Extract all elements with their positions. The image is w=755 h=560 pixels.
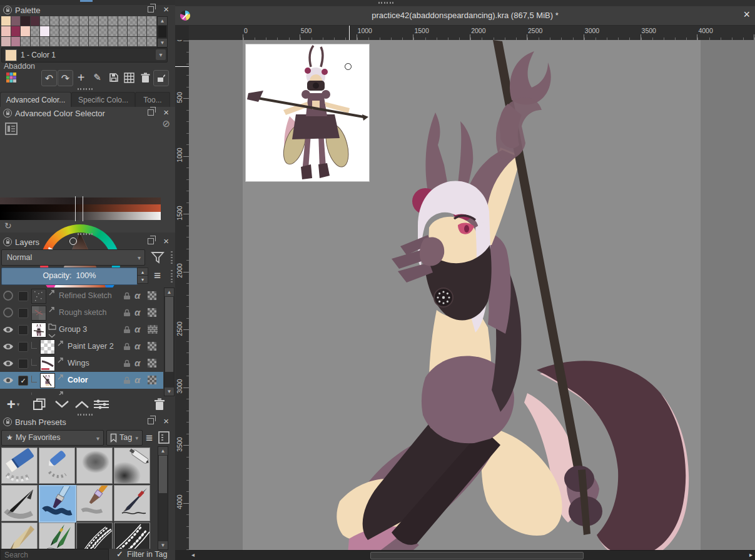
drag-handle[interactable]	[378, 2, 395, 4]
tab-specific-color-selector[interactable]: Specific Colo...	[71, 92, 135, 108]
brush-preset-pencil-dark[interactable]	[114, 485, 150, 521]
brush-preset-pencil-wood[interactable]	[1, 522, 38, 549]
scroll-down-icon[interactable]: ▼	[158, 541, 168, 549]
scroll-up-icon[interactable]: ▲	[158, 17, 167, 25]
document-titlebar[interactable]: practice42(abaddonspeardancing).kra (867…	[175, 6, 755, 26]
layer-checkbox[interactable]	[18, 291, 28, 301]
scrollbar-thumb[interactable]	[159, 456, 167, 493]
palette-swatch-empty[interactable]	[89, 37, 98, 46]
palette-swatch-empty[interactable]	[99, 16, 108, 26]
scroll-right-icon[interactable]: ▸	[749, 551, 752, 558]
float-panel-icon[interactable]	[148, 6, 154, 12]
refresh-icon[interactable]: ↻	[4, 221, 12, 231]
brush-preset-lace-texture-large[interactable]	[114, 522, 150, 549]
spin-down-icon[interactable]: ▾	[137, 275, 148, 284]
scrollbar-thumb[interactable]	[165, 297, 173, 372]
layer-lock-icon[interactable]	[123, 309, 131, 319]
layer-checkbox[interactable]	[18, 359, 28, 369]
opacity-slider[interactable]: Opacity: 100%	[1, 268, 138, 285]
brush-preset-ink-pen[interactable]	[1, 485, 38, 521]
layer-hidden-icon[interactable]	[2, 289, 14, 302]
alpha-icon[interactable]: α	[134, 341, 140, 351]
palette-swatch[interactable]	[11, 37, 21, 46]
palette-swatch-empty[interactable]	[128, 16, 137, 26]
tab-tool-options[interactable]: Too...	[135, 92, 170, 108]
dropdown-arrow-icon[interactable]: ▾	[156, 49, 166, 60]
drag-handle[interactable]	[78, 233, 94, 235]
gamut-mask-off-icon[interactable]: ⊘	[162, 118, 170, 129]
redo-icon[interactable]: ↷	[58, 70, 73, 86]
palette-swatch-empty[interactable]	[40, 16, 49, 26]
layer-visible-icon[interactable]	[2, 340, 14, 352]
brush-preset-detail-brush[interactable]	[76, 485, 113, 521]
close-panel-icon[interactable]: ×	[163, 416, 169, 426]
palette-swatch-empty[interactable]	[118, 16, 128, 26]
alpha-icon[interactable]: α	[134, 290, 140, 301]
close-document-icon[interactable]: ×	[743, 8, 750, 21]
layer-row-partial[interactable]	[0, 389, 163, 395]
opacity-spinner[interactable]: ▴ ▾	[137, 268, 147, 284]
layer-checkbox[interactable]	[18, 342, 28, 352]
resize-handle[interactable]	[171, 270, 173, 282]
palette-swatch-empty[interactable]	[108, 26, 118, 36]
palette-swatch-empty[interactable]	[147, 26, 156, 36]
layer-options-menu-icon[interactable]: ≡	[154, 269, 161, 282]
palette-swatch-empty[interactable]	[69, 16, 79, 26]
palette-swatch-empty[interactable]	[50, 37, 59, 46]
layer-visible-icon[interactable]	[2, 357, 14, 369]
palette-swatch-empty[interactable]	[59, 37, 69, 46]
undo-icon[interactable]: ↶	[41, 70, 57, 86]
palette-swatch[interactable]	[21, 16, 30, 26]
lock-palette-icon[interactable]	[153, 70, 169, 86]
alpha-icon[interactable]: α	[134, 358, 140, 368]
palette-swatch-empty[interactable]	[50, 16, 59, 26]
alpha-icon[interactable]: α	[134, 324, 140, 334]
layer-checker-badge-icon[interactable]	[148, 359, 156, 369]
grid-view-icon[interactable]	[122, 70, 136, 85]
float-panel-icon[interactable]	[148, 109, 154, 116]
brush-search-input[interactable]	[0, 549, 109, 560]
duplicate-layer-icon[interactable]	[29, 396, 50, 412]
layer-checker-badge-icon[interactable]	[148, 342, 156, 352]
brush-scrollbar[interactable]: ▲ ▼	[158, 446, 168, 550]
layer-row-color[interactable]: ✓Colorα	[0, 372, 163, 389]
layer-visible-icon[interactable]	[2, 323, 14, 336]
palette-swatch[interactable]	[1, 16, 11, 26]
palette-swatch-empty[interactable]	[99, 26, 108, 36]
palette-swatch-empty[interactable]	[147, 37, 156, 46]
palette-swatch-empty[interactable]	[69, 37, 79, 46]
delete-icon[interactable]	[138, 70, 153, 85]
palette-swatch[interactable]	[21, 26, 30, 36]
palette-swatch-empty[interactable]	[118, 37, 128, 46]
palette-swatch-empty[interactable]	[89, 26, 98, 36]
palette-swatch[interactable]	[1, 26, 11, 36]
layer-checkbox[interactable]	[18, 325, 28, 335]
brush-preset-wet-paintbrush[interactable]	[39, 485, 76, 522]
layer-brick-badge-icon[interactable]	[148, 325, 158, 336]
color-selector-header[interactable]: Advanced Color Selector ×	[0, 108, 175, 119]
layer-checkbox[interactable]	[18, 308, 28, 318]
tab-advanced-color-selector[interactable]: Advanced Color...	[0, 92, 71, 108]
palette-swatch-empty[interactable]	[138, 37, 147, 46]
layer-visible-icon[interactable]	[2, 374, 14, 386]
palette-swatch-empty[interactable]	[21, 37, 30, 46]
selector-settings-icon[interactable]	[5, 122, 18, 135]
brush-preset-pencil-green[interactable]	[39, 522, 75, 549]
palette-swatch-empty[interactable]	[89, 16, 98, 26]
palette-swatch[interactable]	[31, 16, 40, 26]
layer-row-refined-sketch[interactable]: Refined Sketchα	[0, 288, 163, 305]
canvas-viewport[interactable]	[189, 40, 755, 550]
layer-lock-icon[interactable]	[123, 359, 131, 369]
palette-swatch-empty[interactable]	[108, 37, 118, 46]
float-panel-icon[interactable]	[148, 418, 154, 424]
palette-swatch-grid[interactable]	[1, 16, 156, 46]
layer-filter-icon[interactable]	[150, 250, 165, 265]
blend-mode-dropdown[interactable]: Normal ▾	[1, 249, 145, 266]
choose-palette-icon[interactable]	[4, 70, 18, 85]
edit-icon[interactable]: ✎	[90, 70, 104, 85]
brush-preset-eraser-small[interactable]	[39, 448, 75, 484]
palette-swatch-empty[interactable]	[31, 37, 40, 46]
canvas[interactable]	[243, 40, 701, 550]
scroll-up-icon[interactable]: ▲	[165, 288, 174, 296]
scroll-up-icon[interactable]: ▲	[158, 447, 168, 455]
